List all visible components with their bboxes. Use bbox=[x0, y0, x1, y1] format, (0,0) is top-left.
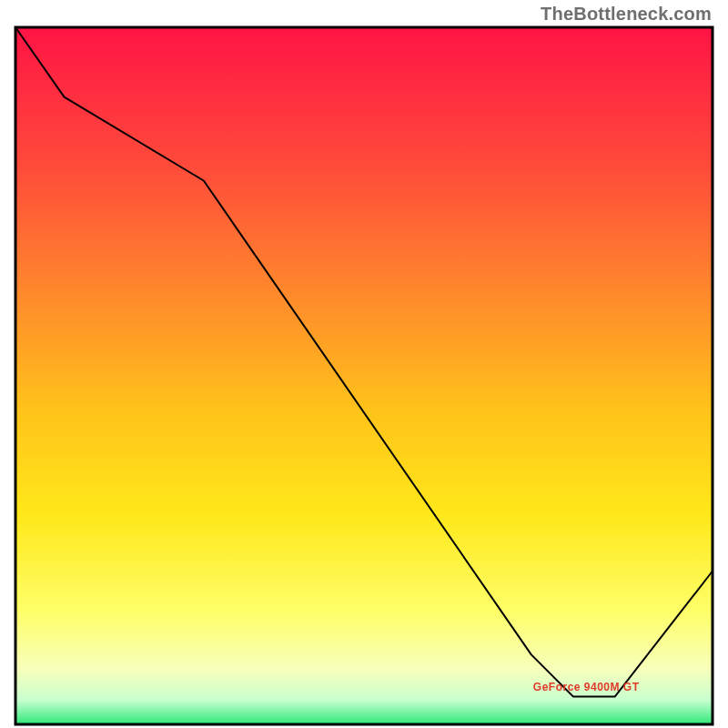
attribution-text: TheBottleneck.com bbox=[541, 4, 712, 25]
chart-plot: GeForce 9400M GT bbox=[14, 25, 714, 726]
gradient-background bbox=[15, 27, 713, 724]
series-annotation: GeForce 9400M GT bbox=[533, 681, 640, 693]
